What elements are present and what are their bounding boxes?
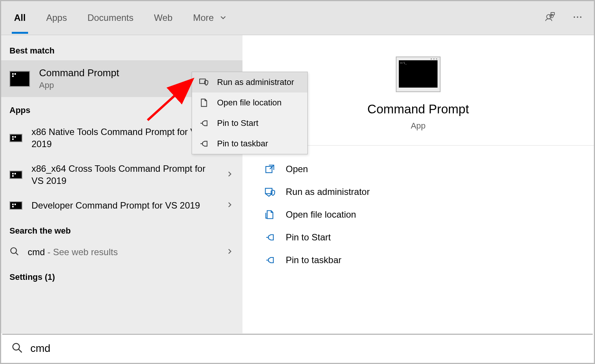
chevron-right-icon[interactable] (226, 170, 233, 179)
more-options-icon[interactable] (572, 11, 583, 24)
svg-point-6 (11, 248, 16, 253)
feedback-icon[interactable] (544, 11, 555, 24)
ctx-run-admin[interactable]: Run as administrator (192, 72, 307, 93)
app-title: Command Prompt (367, 102, 469, 116)
app-result[interactable]: x86_x64 Cross Tools Command Prompt for V… (1, 157, 242, 193)
ctx-open-location[interactable]: Open file location (192, 93, 307, 113)
search-bar (2, 334, 593, 362)
svg-line-15 (19, 349, 22, 352)
web-hint: - See web results (45, 247, 118, 257)
command-prompt-icon (9, 201, 22, 210)
command-prompt-icon (9, 171, 22, 179)
chevron-right-icon[interactable] (226, 248, 233, 257)
action-open[interactable]: Open (263, 159, 573, 179)
app-subtitle: App (411, 121, 425, 131)
best-match-subtitle: App (39, 80, 119, 90)
best-match-header: Best match (1, 35, 242, 60)
svg-point-5 (580, 16, 582, 18)
chevron-right-icon[interactable] (226, 201, 233, 210)
action-open-location[interactable]: Open file location (263, 205, 573, 224)
search-icon (11, 342, 23, 355)
best-match-title: Command Prompt (39, 67, 119, 79)
tab-all[interactable]: All (12, 2, 28, 34)
app-thumbnail (396, 56, 441, 92)
search-input[interactable] (30, 342, 584, 355)
action-run-admin[interactable]: Run as administrator (263, 182, 573, 202)
settings-header: Settings (1) (1, 264, 242, 287)
command-prompt-icon (9, 71, 30, 87)
web-result[interactable]: cmd - See web results (1, 240, 242, 264)
tab-more-label: More (193, 13, 214, 23)
chevron-down-icon (219, 13, 227, 24)
command-prompt-icon (9, 134, 22, 142)
tab-web[interactable]: Web (152, 2, 175, 34)
filter-bar: All Apps Documents Web More (1, 1, 594, 35)
tab-more[interactable]: More (191, 2, 229, 34)
svg-point-14 (13, 343, 20, 350)
context-menu: Run as administrator Open file location … (192, 72, 308, 154)
web-header: Search the web (1, 218, 242, 240)
tab-apps[interactable]: Apps (44, 2, 69, 34)
web-query: cmd (28, 247, 45, 257)
ctx-pin-taskbar[interactable]: Pin to taskbar (192, 133, 307, 154)
tab-documents[interactable]: Documents (85, 2, 135, 34)
svg-point-4 (577, 16, 578, 18)
svg-line-7 (16, 253, 18, 255)
search-icon (9, 246, 19, 258)
svg-point-3 (574, 16, 575, 18)
app-result[interactable]: Developer Command Prompt for VS 2019 (1, 193, 242, 218)
action-pin-start[interactable]: Pin to Start (263, 228, 573, 247)
ctx-pin-start[interactable]: Pin to Start (192, 113, 307, 133)
action-pin-taskbar[interactable]: Pin to taskbar (263, 250, 573, 270)
